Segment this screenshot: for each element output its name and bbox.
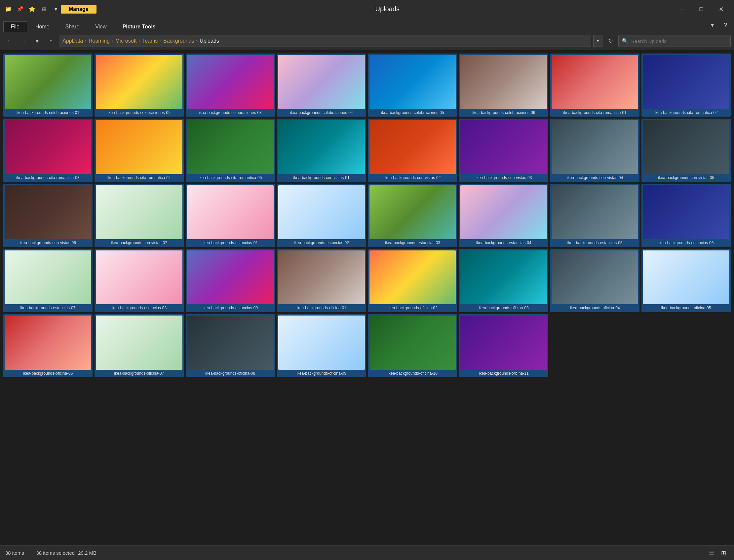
- list-item[interactable]: ikea-backgrounds-estancias-03: [368, 184, 457, 247]
- list-item[interactable]: ikea-backgrounds-con-vistas-02: [368, 119, 457, 182]
- list-item[interactable]: ikea-backgrounds-oficina-09: [277, 314, 366, 377]
- thumbnail-image: [369, 250, 456, 305]
- file-label: ikea-backgrounds-oficina-01: [296, 306, 346, 311]
- breadcrumb-teams[interactable]: Teams: [142, 38, 158, 44]
- tab-home[interactable]: Home: [28, 21, 57, 32]
- breadcrumb-sep-1: ›: [85, 38, 87, 44]
- list-item[interactable]: ikea-backgrounds-con-vistas-04: [550, 119, 639, 182]
- back-button[interactable]: ←: [3, 35, 15, 47]
- list-item[interactable]: ikea-backgrounds-estancias-01: [186, 184, 275, 247]
- minimize-button[interactable]: ─: [672, 3, 691, 16]
- thumbnail-image: [460, 185, 547, 240]
- help-icon[interactable]: ?: [720, 20, 731, 30]
- grid-view-button[interactable]: ⊞: [718, 548, 729, 558]
- thumbnail-image: [460, 250, 547, 305]
- list-item[interactable]: ikea-backgrounds-estancias-07: [3, 249, 93, 312]
- thumbnail-image: [187, 185, 274, 240]
- list-item[interactable]: ikea-backgrounds-celebraciones-05: [368, 54, 457, 117]
- file-label: ikea-backgrounds-estancias-02: [294, 241, 349, 246]
- file-label: ikea-backgrounds-estancias-01: [203, 241, 258, 246]
- down-icon: ▾: [51, 4, 61, 14]
- breadcrumb-dropdown-button[interactable]: ▾: [593, 35, 602, 47]
- breadcrumb-sep-3: ›: [139, 38, 140, 44]
- list-item[interactable]: ikea-backgrounds-estancias-04: [459, 184, 548, 247]
- breadcrumb-sep-2: ›: [112, 38, 113, 44]
- chevron-down-icon[interactable]: ▾: [707, 20, 717, 30]
- list-item[interactable]: ikea-backgrounds-cita-romantica-03: [3, 119, 93, 182]
- list-item[interactable]: ikea-backgrounds-con-vistas-05: [641, 119, 731, 182]
- breadcrumb-appdata[interactable]: AppData: [62, 38, 83, 44]
- breadcrumb: AppData › Roaming › Microsoft › Teams › …: [59, 35, 591, 47]
- maximize-button[interactable]: □: [692, 3, 711, 16]
- list-view-button[interactable]: ☰: [706, 548, 717, 558]
- thumbnail-image: [552, 185, 638, 240]
- grid-icon: ⊞: [39, 4, 49, 14]
- item-count: 38 items: [5, 550, 24, 556]
- list-item[interactable]: ikea-backgrounds-oficina-04: [550, 249, 639, 312]
- list-item[interactable]: ikea-backgrounds-con-vistas-01: [277, 119, 366, 182]
- breadcrumb-backgrounds[interactable]: Backgrounds: [163, 38, 194, 44]
- thumbnail-image: [278, 185, 365, 240]
- list-item[interactable]: ikea-backgrounds-celebraciones-01: [3, 54, 93, 117]
- refresh-button[interactable]: ↻: [604, 35, 616, 47]
- thumbnail-image: [369, 185, 456, 240]
- breadcrumb-microsoft[interactable]: Microsoft: [115, 38, 137, 44]
- list-item[interactable]: ikea-backgrounds-oficina-08: [186, 314, 275, 377]
- file-label: ikea-backgrounds-estancias-05: [567, 241, 623, 246]
- list-item[interactable]: ikea-backgrounds-oficina-03: [459, 249, 548, 312]
- list-item[interactable]: ikea-backgrounds-estancias-08: [95, 249, 184, 312]
- list-item[interactable]: ikea-backgrounds-estancias-06: [641, 184, 731, 247]
- list-item[interactable]: ikea-backgrounds-oficina-11: [459, 314, 548, 377]
- thumbnail-image: [5, 120, 91, 174]
- tab-picture-tools[interactable]: Picture Tools: [115, 21, 163, 32]
- tab-share[interactable]: Share: [58, 21, 87, 32]
- list-item[interactable]: ikea-backgrounds-con-vistas-03: [459, 119, 548, 182]
- thumbnail-image: [5, 316, 91, 370]
- file-label: ikea-backgrounds-con-vistas-04: [567, 175, 623, 181]
- ribbon-right: ▾ ?: [707, 20, 731, 32]
- list-item[interactable]: ikea-backgrounds-cita-romantica-02: [641, 54, 731, 117]
- list-item[interactable]: ikea-backgrounds-celebraciones-06: [459, 54, 548, 117]
- file-label: ikea-backgrounds-oficina-11: [479, 371, 529, 376]
- thumbnail-image: [552, 120, 638, 174]
- list-item[interactable]: ikea-backgrounds-con-vistas-06: [3, 184, 93, 247]
- close-button[interactable]: ✕: [712, 3, 731, 16]
- thumbnail-image: [643, 120, 729, 174]
- thumbnail-image: [278, 55, 365, 109]
- tab-view[interactable]: View: [88, 21, 114, 32]
- forward-button[interactable]: →: [17, 35, 29, 47]
- manage-tab[interactable]: Manage: [61, 5, 97, 14]
- list-item[interactable]: ikea-backgrounds-oficina-05: [641, 249, 731, 312]
- list-item[interactable]: ikea-backgrounds-oficina-10: [368, 314, 457, 377]
- list-item[interactable]: ikea-backgrounds-oficina-06: [3, 314, 93, 377]
- selected-count: 38 items selected: [36, 550, 75, 556]
- thumbnail-image: [5, 250, 91, 305]
- list-item[interactable]: ikea-backgrounds-cita-romantica-04: [95, 119, 184, 182]
- file-label: ikea-backgrounds-cita-romantica-03: [16, 175, 79, 181]
- status-separator: |: [29, 549, 31, 556]
- list-item[interactable]: ikea-backgrounds-estancias-09: [186, 249, 275, 312]
- list-item[interactable]: ikea-backgrounds-cita-romantica-05: [186, 119, 275, 182]
- list-item[interactable]: ikea-backgrounds-celebraciones-04: [277, 54, 366, 117]
- file-label: ikea-backgrounds-oficina-05: [661, 306, 711, 311]
- file-label: ikea-backgrounds-con-vistas-01: [293, 175, 350, 181]
- list-item[interactable]: ikea-backgrounds-celebraciones-03: [186, 54, 275, 117]
- list-item[interactable]: ikea-backgrounds-estancias-02: [277, 184, 366, 247]
- thumbnail-image: [278, 250, 365, 305]
- list-item[interactable]: ikea-backgrounds-celebraciones-02: [95, 54, 184, 117]
- list-item[interactable]: ikea-backgrounds-cita-romantica-01: [550, 54, 639, 117]
- tab-file[interactable]: File: [3, 21, 27, 32]
- list-item[interactable]: ikea-backgrounds-con-vistas-07: [95, 184, 184, 247]
- file-label: ikea-backgrounds-estancias-03: [385, 241, 440, 246]
- list-item[interactable]: ikea-backgrounds-oficina-07: [95, 314, 184, 377]
- search-input[interactable]: [631, 38, 727, 44]
- list-item[interactable]: ikea-backgrounds-oficina-02: [368, 249, 457, 312]
- list-item[interactable]: ikea-backgrounds-oficina-01: [277, 249, 366, 312]
- list-item[interactable]: ikea-backgrounds-estancias-05: [550, 184, 639, 247]
- file-label: ikea-backgrounds-cita-romantica-05: [199, 175, 262, 181]
- up-button[interactable]: ↑: [45, 35, 57, 47]
- breadcrumb-roaming[interactable]: Roaming: [89, 38, 110, 44]
- thumbnail-image: [460, 316, 547, 370]
- file-label: ikea-backgrounds-cita-romantica-02: [654, 110, 717, 116]
- recent-locations-button[interactable]: ▾: [31, 35, 43, 47]
